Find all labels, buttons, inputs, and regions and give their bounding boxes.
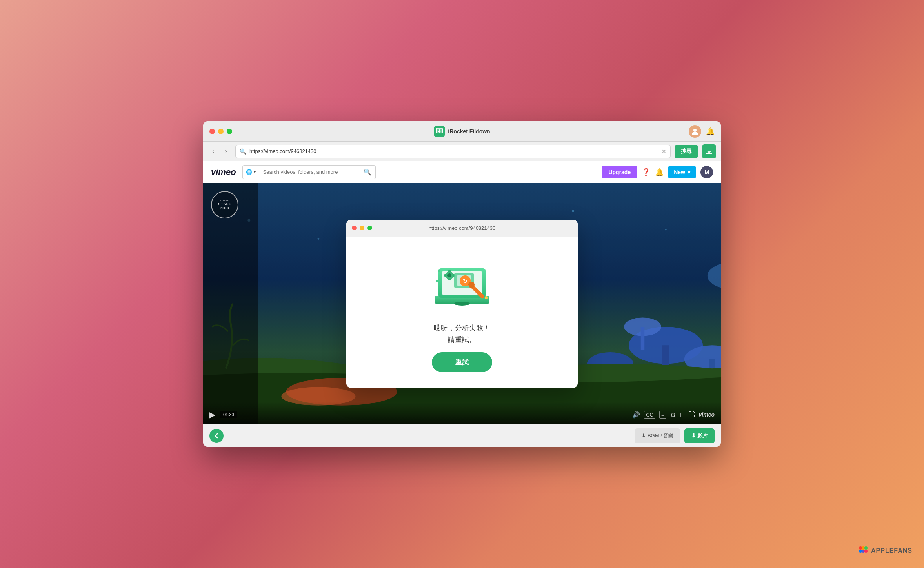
url-text: https://vimeo.com/946821430 [249, 148, 658, 154]
back-circle-button[interactable] [209, 429, 224, 443]
close-button[interactable] [209, 129, 215, 134]
download-address-button[interactable] [702, 144, 716, 158]
modal-close-button[interactable] [352, 226, 357, 230]
new-button-label: New [674, 169, 685, 175]
bottom-bar: ⬇ BGM / 音樂 ⬇ 影片 [203, 424, 721, 447]
retry-button[interactable]: 重試 [432, 352, 492, 372]
svg-point-41 [859, 546, 862, 550]
svg-point-43 [864, 546, 868, 550]
nav-buttons: ‹ › [208, 146, 231, 157]
vimeo-search-icon: 🔍 [360, 168, 375, 176]
traffic-lights [209, 129, 232, 134]
forward-nav-button[interactable]: › [220, 146, 231, 157]
vimeo-search-input[interactable] [259, 169, 360, 175]
globe-chevron: ▾ [254, 170, 256, 174]
modal-title-url: https://vimeo.com/946821430 [429, 225, 496, 231]
title-bar-right: 🔔 [689, 125, 715, 138]
app-icon [434, 126, 445, 137]
minimize-button[interactable] [218, 129, 224, 134]
upgrade-button[interactable]: Upgrade [602, 166, 637, 178]
svg-point-44 [859, 550, 862, 553]
app-window: iRocket Fildown 🔔 ‹ › 🔍 https://vimeo.co… [203, 121, 721, 447]
vimeo-search-box: 🌐 ▾ 🔍 [242, 165, 376, 179]
svg-point-1 [693, 129, 697, 132]
svg-point-38 [438, 270, 440, 272]
svg-rect-31 [444, 274, 446, 277]
modal-body: ↻ 哎呀，分析失敗！ 請重試。 [346, 237, 578, 388]
vimeo-header-right: Upgrade ❓ 🔔 New ▾ M [602, 166, 713, 178]
modal-message: 哎呀，分析失敗！ 請重試。 [434, 323, 490, 344]
modal-error-line2: 請重試。 [434, 335, 490, 344]
new-button-chevron: ▾ [688, 169, 690, 175]
bgm-button[interactable]: ⬇ BGM / 音樂 [635, 428, 680, 443]
title-bar: iRocket Fildown 🔔 [203, 121, 721, 142]
vimeo-header: vimeo 🌐 ▾ 🔍 Upgrade ❓ 🔔 New ▾ M [203, 161, 721, 183]
modal-maximize-button[interactable] [367, 226, 372, 230]
back-nav-button[interactable]: ‹ [208, 146, 219, 157]
applefans-icon [858, 544, 869, 557]
maximize-button[interactable] [227, 129, 232, 134]
title-center: iRocket Fildown [434, 126, 490, 137]
svg-point-40 [436, 280, 438, 282]
notification-bell-vimeo[interactable]: 🔔 [655, 168, 664, 177]
svg-point-45 [862, 550, 865, 553]
url-field: 🔍 https://vimeo.com/946821430 ✕ [235, 145, 671, 158]
video-area: vimeo STAFFPICK ▶ 01:30 🔊 CC ≡ ⚙ ⊡ ⛶ vim… [203, 183, 721, 424]
globe-icon: 🌐 [246, 169, 252, 175]
svg-point-39 [485, 296, 488, 299]
modal-titlebar: https://vimeo.com/946821430 [346, 220, 578, 237]
help-icon[interactable]: ❓ [642, 168, 650, 177]
svg-text:↻: ↻ [463, 278, 467, 284]
modal-dialog: https://vimeo.com/946821430 [346, 220, 578, 388]
search-icon: 🔍 [240, 148, 246, 155]
search-button[interactable]: 搜尋 [675, 145, 698, 158]
applefans-watermark: APPLEFANS [858, 544, 912, 557]
svg-point-46 [864, 550, 868, 553]
url-clear-button[interactable]: ✕ [662, 148, 666, 155]
svg-point-28 [447, 273, 451, 277]
download-video-button[interactable]: ⬇ 影片 [684, 428, 715, 443]
error-illustration: ↻ [423, 253, 501, 315]
app-title: iRocket Fildown [448, 128, 490, 135]
svg-point-42 [862, 546, 865, 550]
svg-point-24 [454, 302, 470, 306]
new-button[interactable]: New ▾ [668, 166, 696, 178]
user-avatar-title[interactable] [689, 125, 701, 138]
modal-overlay: https://vimeo.com/946821430 [203, 183, 721, 424]
vimeo-logo: vimeo [211, 167, 236, 177]
svg-rect-29 [448, 270, 451, 272]
notification-bell-title[interactable]: 🔔 [706, 127, 715, 136]
user-avatar-vimeo[interactable]: M [700, 166, 713, 178]
svg-rect-30 [448, 279, 451, 280]
applefans-text: APPLEFANS [871, 547, 912, 554]
bottom-bar-right: ⬇ BGM / 音樂 ⬇ 影片 [635, 428, 715, 443]
svg-point-37 [468, 282, 475, 288]
modal-minimize-button[interactable] [360, 226, 364, 230]
address-bar: ‹ › 🔍 https://vimeo.com/946821430 ✕ 搜尋 [203, 142, 721, 161]
globe-select[interactable]: 🌐 ▾ [243, 166, 259, 179]
modal-error-line1: 哎呀，分析失敗！ [434, 323, 490, 333]
modal-traffic-lights [352, 226, 372, 230]
